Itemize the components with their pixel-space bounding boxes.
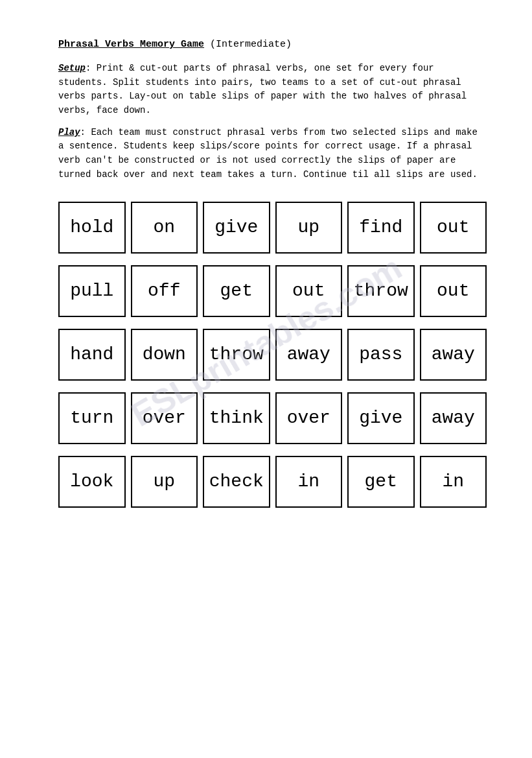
word-card-4-1: up xyxy=(131,456,198,508)
setup-paragraph: Setup: Print & cut-out parts of phrasal … xyxy=(58,62,487,118)
word-card-3-1: over xyxy=(131,392,198,444)
word-card-3-5: away xyxy=(420,392,487,444)
word-grid: holdongiveupfindoutpulloffgetoutthrowout… xyxy=(58,202,487,508)
word-row-2: handdownthrowawaypassaway xyxy=(58,329,487,381)
word-row-4: lookupcheckingetin xyxy=(58,456,487,508)
word-card-2-1: down xyxy=(131,329,198,381)
word-card-1-5: out xyxy=(420,265,487,317)
word-card-0-2: give xyxy=(203,202,270,254)
setup-text: : Print & cut-out parts of phrasal verbs… xyxy=(58,63,467,115)
play-label: Play xyxy=(58,127,80,137)
word-card-0-4: find xyxy=(347,202,415,254)
word-card-0-1: on xyxy=(131,202,198,254)
word-card-4-0: look xyxy=(58,456,126,508)
play-paragraph: Play: Each team must construct phrasal v… xyxy=(58,126,487,182)
word-row-0: holdongiveupfindout xyxy=(58,202,487,254)
word-card-4-4: get xyxy=(347,456,415,508)
title-bold: Phrasal Verbs Memory Game xyxy=(58,39,204,50)
word-card-1-4: throw xyxy=(347,265,415,317)
word-card-4-5: in xyxy=(420,456,487,508)
word-card-2-0: hand xyxy=(58,329,126,381)
title-rest: (Intermediate) xyxy=(204,39,292,50)
word-card-3-2: think xyxy=(203,392,270,444)
word-card-2-5: away xyxy=(420,329,487,381)
word-row-1: pulloffgetoutthrowout xyxy=(58,265,487,317)
play-text: : Each team must construct phrasal verbs… xyxy=(58,127,478,180)
word-card-0-5: out xyxy=(420,202,487,254)
setup-label: Setup xyxy=(58,63,86,73)
title-line: Phrasal Verbs Memory Game (Intermediate) xyxy=(58,39,487,50)
word-card-1-2: get xyxy=(203,265,270,317)
word-card-2-4: pass xyxy=(347,329,415,381)
word-card-0-0: hold xyxy=(58,202,126,254)
word-card-4-3: in xyxy=(275,456,343,508)
word-card-2-3: away xyxy=(275,329,343,381)
word-card-1-3: out xyxy=(275,265,343,317)
word-card-3-3: over xyxy=(275,392,343,444)
word-card-3-0: turn xyxy=(58,392,126,444)
word-card-2-2: throw xyxy=(203,329,270,381)
word-card-4-2: check xyxy=(203,456,270,508)
word-row-3: turnoverthinkovergiveaway xyxy=(58,392,487,444)
word-card-1-1: off xyxy=(131,265,198,317)
word-card-1-0: pull xyxy=(58,265,126,317)
word-card-3-4: give xyxy=(347,392,415,444)
word-card-0-3: up xyxy=(275,202,343,254)
